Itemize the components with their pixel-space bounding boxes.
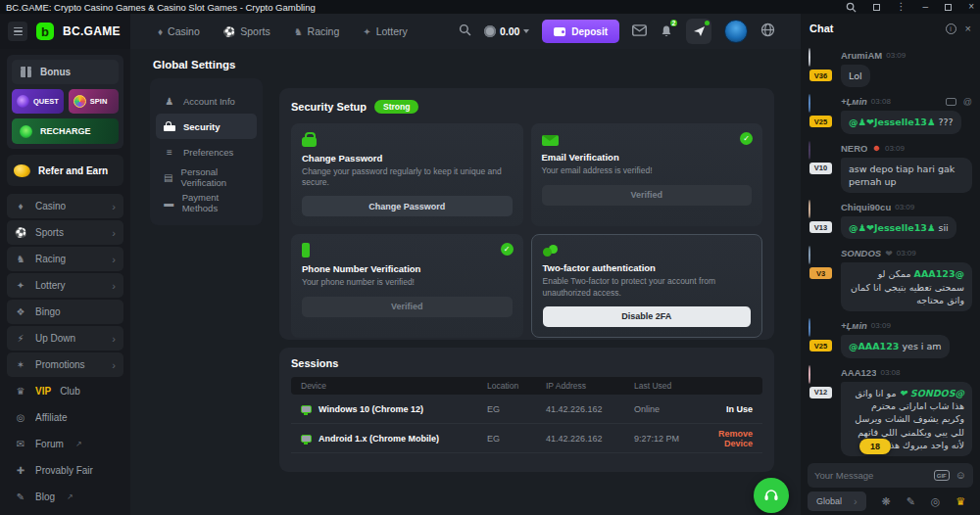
promotions-icon[interactable]: [686, 19, 711, 44]
nav-link[interactable]: ✦ Lottery: [363, 25, 408, 37]
sidebar-menu-item[interactable]: ⚡ Up Down: [7, 326, 123, 351]
gif-icon[interactable]: GIF: [934, 470, 950, 481]
vip-level-badge: V36: [809, 70, 832, 81]
avatar[interactable]: [808, 246, 810, 264]
chat-username[interactable]: ArumiAM: [841, 50, 882, 61]
sidebar-menu-item[interactable]: ♛ VIP Club: [7, 379, 123, 403]
chat-footer-icon[interactable]: ❋: [882, 495, 891, 508]
sidebar-item-icon: ✚: [15, 465, 26, 476]
spin-button[interactable]: SPIN: [69, 89, 119, 114]
support-button[interactable]: [754, 478, 789, 513]
session-row: Windows 10 (Chrome 12) EG 41.42.226.162 …: [291, 395, 762, 424]
nav-link-label: Racing: [308, 25, 340, 37]
security-setup-title: Security Setup: [291, 101, 367, 113]
sidebar-menu-item[interactable]: ⚽ Sports: [7, 220, 123, 245]
settings-nav-icon: ▤: [164, 172, 173, 183]
notifications-bell-icon[interactable]: 2: [660, 24, 673, 38]
sidebar-menu-item[interactable]: ✦ Lottery: [7, 273, 123, 298]
deposit-label: Deposit: [571, 26, 608, 37]
settings-nav-item[interactable]: ▤ Personal Verification: [156, 164, 257, 190]
notification-count-badge: 2: [668, 18, 679, 28]
mention-link[interactable]: @SONDOS ❤: [900, 388, 964, 398]
refer-and-earn-button[interactable]: Refer and Earn: [7, 155, 123, 186]
chat-footer-icon[interactable]: ◎: [931, 495, 941, 508]
nav-link[interactable]: ⚽ Sports: [223, 25, 270, 37]
sidebar-item-icon: ⚽: [15, 227, 26, 238]
brand-name[interactable]: BC.GAME: [63, 24, 121, 38]
security-card-button[interactable]: Verified: [542, 185, 753, 206]
security-card-button[interactable]: Disable 2FA: [543, 306, 752, 327]
browser-menu-icon[interactable]: ⋮: [897, 2, 906, 12]
main-content: Global Settings ♟ Account Info Security …: [130, 49, 801, 515]
sidebar-menu-item[interactable]: ♟ Sport Betting Insig...: [7, 511, 123, 515]
app-window: BC.GAME: Crypto Casino Games & Casino Sl…: [0, 0, 980, 515]
sidebar-menu-item[interactable]: ✉ Forum: [7, 432, 123, 456]
quest-button[interactable]: QUEST: [12, 89, 64, 114]
chat-footer-icon[interactable]: ♛: [956, 495, 965, 508]
avatar[interactable]: [808, 94, 810, 113]
nav-link[interactable]: ♦ Casino: [158, 25, 200, 37]
bcgame-logo-icon[interactable]: b: [36, 23, 54, 40]
sidebar-menu-item[interactable]: ◎ Affiliate: [7, 405, 123, 430]
search-icon[interactable]: [846, 2, 857, 13]
sidebar-menu-item[interactable]: ❖ Bingo: [7, 300, 123, 324]
chat-message-input[interactable]: [814, 470, 928, 481]
security-card-button[interactable]: Verified: [302, 297, 513, 317]
chat-username[interactable]: SONDOS: [841, 248, 881, 258]
wallet-icon: [554, 27, 565, 36]
language-globe-icon[interactable]: [760, 23, 775, 41]
avatar[interactable]: [808, 365, 810, 384]
channel-selector[interactable]: Global: [808, 492, 866, 511]
bonus-button[interactable]: Bonus: [12, 60, 119, 84]
avatar[interactable]: [808, 200, 810, 218]
sidebar-menu-item[interactable]: ✚ Provably Fair: [7, 458, 123, 483]
chat-username[interactable]: +Ļмin: [841, 96, 867, 107]
session-action[interactable]: In Use: [708, 404, 753, 414]
verified-check-icon: ✓: [501, 243, 514, 256]
sidebar-menu-item[interactable]: ♦ Casino: [7, 194, 123, 218]
settings-nav-item[interactable]: ▬ Payment Methods: [156, 190, 257, 215]
chat-username[interactable]: AAA123: [841, 367, 876, 378]
balance-selector[interactable]: 0.00: [484, 25, 529, 37]
mention-action-icon[interactable]: @: [963, 97, 972, 107]
avatar[interactable]: [808, 141, 810, 160]
mention-link[interactable]: @AAA123: [849, 341, 899, 351]
maximize-button[interactable]: [945, 4, 952, 11]
minimize-button[interactable]: –: [923, 2, 929, 12]
info-icon[interactable]: [946, 23, 956, 34]
mention-link[interactable]: @♟❤Jesselle13♟: [849, 117, 935, 127]
recharge-button[interactable]: RECHARGE: [12, 118, 119, 144]
sidebar-menu-item[interactable]: ♞ Racing: [7, 247, 123, 271]
avatar[interactable]: [808, 318, 810, 337]
settings-nav-item[interactable]: ♟ Account Info: [156, 88, 257, 114]
chat-header: Chat ×: [801, 14, 980, 43]
security-card-button[interactable]: Change Password: [302, 196, 513, 216]
nav-link[interactable]: ♞ Racing: [294, 25, 340, 37]
device-monitor-icon: [301, 435, 312, 443]
user-avatar[interactable]: [724, 20, 748, 43]
emoji-icon[interactable]: ☺: [956, 470, 966, 481]
chat-username[interactable]: NERO: [841, 143, 867, 154]
settings-nav-item[interactable]: ≡ Preferences: [156, 139, 257, 164]
chat-username[interactable]: Chiqui90cu: [841, 202, 891, 212]
chat-footer-icon[interactable]: ✎: [906, 495, 915, 508]
inbox-icon[interactable]: [632, 23, 647, 40]
nav-link-icon: ⚽: [223, 26, 235, 37]
hamburger-menu-icon[interactable]: [8, 22, 27, 41]
sidebar-item-label: Sports: [35, 227, 64, 238]
close-chat-icon[interactable]: ×: [965, 23, 971, 34]
search-icon[interactable]: [459, 23, 471, 40]
sidebar-menu-item[interactable]: ✶ Promotions: [7, 352, 123, 377]
session-action[interactable]: Remove Device: [708, 429, 753, 448]
ticket-icon[interactable]: [946, 98, 956, 106]
sidebar-menu-item[interactable]: ✎ Blog: [7, 485, 123, 509]
mention-link[interactable]: @♟❤Jesselle13♟: [849, 222, 935, 233]
extension-icon[interactable]: [873, 4, 880, 11]
settings-nav-item[interactable]: Security: [156, 114, 257, 139]
mention-link[interactable]: @AAA123: [914, 268, 964, 279]
deposit-button[interactable]: Deposit: [542, 20, 619, 43]
avatar[interactable]: [808, 48, 810, 67]
unread-count-badge[interactable]: 18: [859, 439, 891, 454]
chat-username[interactable]: +Ļмin: [841, 320, 867, 331]
close-button[interactable]: ×: [968, 2, 974, 12]
